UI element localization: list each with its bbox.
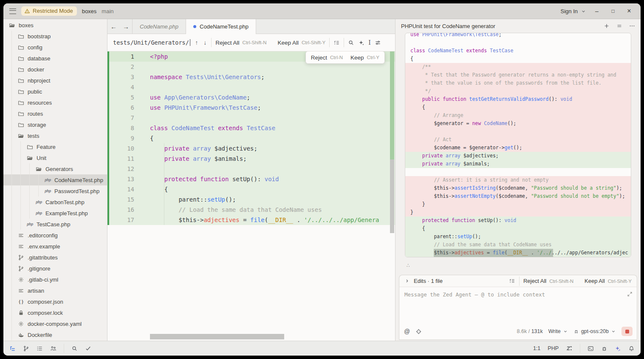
vertical-scrollbar-thumb[interactable] bbox=[390, 160, 394, 233]
file-item-passwordtest-php[interactable]: phpPasswordTest.php bbox=[3, 185, 107, 197]
git-branch-icon[interactable] bbox=[23, 345, 29, 352]
diagnostics-check-icon[interactable] bbox=[85, 345, 91, 352]
code-editor[interactable]: 1<?php23namespace Tests\Unit\Generators;… bbox=[107, 51, 395, 341]
mention-icon[interactable]: @ bbox=[404, 328, 410, 335]
minimize-button[interactable]: – bbox=[591, 8, 602, 14]
cursor-position[interactable]: 1:1 bbox=[533, 345, 540, 351]
outline-icon[interactable] bbox=[37, 345, 43, 352]
collab-icon[interactable] bbox=[50, 345, 56, 352]
next-hunk-button[interactable]: ↓ bbox=[203, 39, 207, 46]
edits-summary[interactable]: Edits · 1 file bbox=[414, 278, 443, 284]
code-line-12[interactable]: 12 bbox=[107, 164, 395, 174]
panel-reject-all-button[interactable]: Reject All Ctrl-Shift-N bbox=[523, 278, 573, 284]
tab-codename[interactable]: CodeName.php bbox=[132, 19, 186, 34]
diff-line-2[interactable] bbox=[405, 39, 631, 47]
diff-line-22[interactable]: } bbox=[405, 200, 631, 208]
nav-forward-button[interactable]: → bbox=[120, 19, 132, 34]
code-line-10[interactable]: 10 private array $adjectives; bbox=[107, 143, 395, 154]
reject-all-button[interactable]: Reject All Ctrl-Shift-N bbox=[215, 40, 266, 46]
model-selector[interactable]: gpt-oss:20b bbox=[573, 328, 616, 334]
file-item-docker[interactable]: docker bbox=[3, 64, 107, 75]
filter-sliders-icon[interactable] bbox=[375, 40, 381, 46]
file-item-public[interactable]: public bbox=[3, 86, 107, 97]
diff-line-23[interactable]: } bbox=[405, 208, 631, 217]
code-line-16[interactable]: 16 // Load the same data that CodeName u… bbox=[107, 205, 395, 215]
file-item-unit[interactable]: Unit bbox=[3, 152, 107, 163]
diff-line-28[interactable]: $this->adjectives = file(__DIR__ . '/../… bbox=[405, 249, 631, 257]
file-item-routes[interactable]: routes bbox=[3, 108, 107, 119]
diff-line-4[interactable]: { bbox=[405, 55, 631, 63]
diff-line-25[interactable]: { bbox=[405, 225, 631, 233]
search-icon[interactable] bbox=[348, 40, 354, 46]
diff-line-11[interactable]: // Arrange bbox=[405, 111, 631, 120]
code-line-9[interactable]: 9{ bbox=[107, 133, 395, 143]
file-item-storage[interactable]: storage bbox=[3, 119, 107, 130]
code-line-4[interactable]: 4 bbox=[107, 82, 395, 92]
sign-in-button[interactable]: Sign In bbox=[561, 8, 586, 14]
diff-line-15[interactable]: $codename = $generator->get(); bbox=[405, 144, 631, 152]
edit-prediction-icon[interactable] bbox=[566, 345, 573, 352]
nav-back-button[interactable]: ← bbox=[107, 19, 120, 34]
diff-line-17[interactable]: private array $animals; bbox=[405, 160, 631, 168]
thread-history-icon[interactable] bbox=[616, 23, 622, 29]
thread-title[interactable]: PHPUnit test for CodeName generator bbox=[401, 23, 597, 29]
file-item-artisan[interactable]: artisan bbox=[3, 285, 107, 296]
code-line-7[interactable]: 7 bbox=[107, 113, 395, 123]
file-item--gitattributes[interactable]: .gitattributes bbox=[3, 252, 107, 263]
mode-selector[interactable]: Write bbox=[548, 328, 568, 334]
file-item-feature[interactable]: Feature bbox=[3, 141, 107, 152]
file-item-nbproject[interactable]: nbproject bbox=[3, 75, 107, 86]
notifications-bell-icon[interactable] bbox=[628, 345, 635, 352]
file-item-resources[interactable]: resources bbox=[3, 97, 107, 108]
code-line-17[interactable]: 17 $this->adjectives = file(__DIR__ . '/… bbox=[107, 215, 395, 225]
code-line-13[interactable]: 13 protected function setUp(): void bbox=[107, 174, 395, 184]
ai-sparkle-icon[interactable] bbox=[358, 40, 364, 46]
file-item-codenametest-php[interactable]: phpCodeNameTest.php bbox=[3, 174, 107, 185]
diff-line-18[interactable] bbox=[405, 168, 631, 176]
file-item-docker-compose-yaml[interactable]: docker-compose.yaml bbox=[3, 318, 107, 329]
file-item-testcase-php[interactable]: phpTestCase.php bbox=[3, 219, 107, 230]
diff-line-26[interactable]: parent::setUp(); bbox=[405, 233, 631, 241]
restricted-mode-badge[interactable]: Restricted Mode bbox=[21, 6, 77, 16]
project-panel-icon[interactable] bbox=[9, 345, 16, 352]
file-item-carbontest-php[interactable]: phpCarbonTest.php bbox=[3, 197, 107, 208]
diff-line-3[interactable]: class CodeNameTest extends TestCase bbox=[405, 47, 631, 55]
code-line-6[interactable]: 6use PHPUnit\Framework\TestCase; bbox=[107, 103, 395, 113]
app-menu-icon[interactable] bbox=[9, 9, 16, 14]
file-item-boxes[interactable]: boxes bbox=[3, 20, 107, 31]
new-thread-icon[interactable] bbox=[604, 23, 610, 29]
maximize-button[interactable]: □ bbox=[607, 8, 619, 14]
diff-line-7[interactable]: * that the value is one of the passwords… bbox=[405, 79, 631, 87]
panel-keep-all-button[interactable]: Keep All Ctrl-Shift-Y bbox=[585, 278, 632, 284]
file-item--editorconfig[interactable]: .editorconfig bbox=[3, 230, 107, 241]
review-list-icon[interactable] bbox=[509, 278, 515, 284]
file-item-tests[interactable]: tests bbox=[3, 130, 107, 141]
reject-hunk-button[interactable]: Reject bbox=[311, 54, 327, 61]
language-selector[interactable]: PHP bbox=[548, 345, 559, 351]
buffer-search-input[interactable]: tests/Unit/Generators/ bbox=[113, 39, 190, 46]
file-item-config[interactable]: config bbox=[3, 42, 107, 53]
debug-icon[interactable] bbox=[601, 345, 607, 352]
file-item-generators[interactable]: Generators bbox=[3, 163, 107, 174]
code-line-3[interactable]: 3namespace Tests\Unit\Generators; bbox=[107, 72, 395, 82]
diff-line-12[interactable]: $generator = new CodeName(); bbox=[405, 120, 631, 128]
code-line-15[interactable]: 15 parent::setUp(); bbox=[107, 194, 395, 205]
diff-line-10[interactable]: { bbox=[405, 103, 631, 111]
file-item--gitlab-ci-yml[interactable]: .gitlab-ci.yml bbox=[3, 274, 107, 285]
file-item-database[interactable]: database bbox=[3, 53, 107, 64]
prev-hunk-button[interactable]: ↑ bbox=[194, 39, 199, 46]
diff-line-27[interactable]: // Load the same data that CodeName uses bbox=[405, 241, 631, 249]
code-line-11[interactable]: 11 private array $animals; bbox=[107, 154, 395, 164]
context-crosshair-icon[interactable] bbox=[415, 328, 422, 335]
file-item-dockerfile[interactable]: Dockerfile bbox=[3, 329, 107, 340]
diff-line-5[interactable]: /** bbox=[405, 63, 631, 71]
keep-all-button[interactable]: Keep All Ctrl-Shift-Y bbox=[277, 40, 325, 46]
message-input[interactable]: Message the Zed Agent — @ to include con… bbox=[399, 287, 637, 340]
expand-icon[interactable] bbox=[627, 291, 633, 297]
review-list-icon[interactable] bbox=[333, 40, 340, 46]
diff-line-1[interactable]: use PHPUnit\Framework\TestCase; bbox=[405, 33, 631, 39]
diff-line-24[interactable]: protected function setUp(): void bbox=[405, 217, 631, 225]
close-button[interactable]: × bbox=[624, 7, 635, 15]
code-line-14[interactable]: 14 { bbox=[107, 184, 395, 194]
diff-line-14[interactable]: // Act bbox=[405, 136, 631, 144]
